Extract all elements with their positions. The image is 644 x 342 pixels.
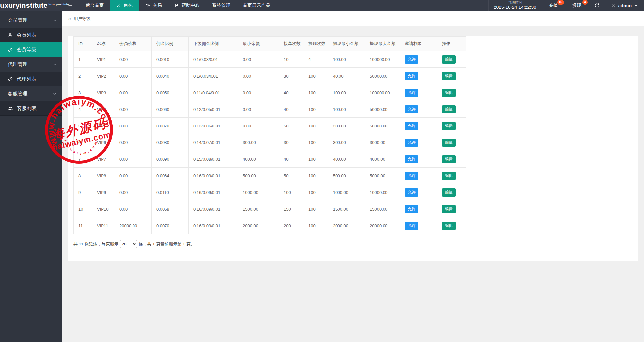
table-cell: 100 [304,84,328,101]
withdraw-button[interactable]: 提现 4 [565,0,589,11]
sidebar-group-support[interactable]: 客服管理 [0,86,62,101]
table-cell: 15000.00 [365,201,400,217]
action-cell: 编辑 [437,151,466,168]
column-header: 提现最小金额 [328,37,365,51]
topbar: uxuryinstitute luxuryinstitute 后台首页角色交易帮… [0,0,644,11]
table-cell: 100 [304,184,328,201]
table-cell: 20000.00 [365,217,400,234]
edit-button[interactable]: 编辑 [442,172,456,180]
edit-button[interactable]: 编辑 [442,55,456,64]
table-cell: 500.00 [238,168,279,184]
allow-button[interactable]: 允许 [405,72,418,80]
invite-permission-cell: 允许 [400,184,437,201]
table-cell: 0.0068 [152,201,189,217]
table-cell: 300.00 [238,134,279,151]
table-header-row: ID名称会员价格佣金比例下级佣金比例最小余额接单次数提现次数提现最小金额提现最大… [74,37,466,51]
person-icon [611,3,616,8]
sidebar-item-label: 客服列表 [17,105,37,112]
table-cell: VIP8 [92,168,115,184]
table-cell: 7 [74,151,92,168]
allow-button[interactable]: 允许 [405,139,418,147]
link-icon [8,76,13,82]
allow-button[interactable]: 允许 [405,155,418,163]
table-row: 10VIP100.000.00680.16/0.09/0.011500.0015… [74,201,466,217]
table-cell: 0.00 [115,201,152,217]
table-row: 7VIP70.000.00900.15/0.08/0.01400.0040100… [74,151,466,168]
table-cell: VIP11 [92,217,115,234]
allow-button[interactable]: 允许 [405,222,418,230]
table-row: 8VIP80.000.00640.16/0.09/0.01500.0050100… [74,168,466,184]
nav-item-roles[interactable]: 角色 [110,0,139,11]
table-cell: 0.00 [115,184,152,201]
table-cell: VIP4 [92,101,115,118]
table-cell: 0.0010 [152,51,189,68]
table-cell: 0.0080 [152,134,189,151]
edit-button[interactable]: 编辑 [442,89,456,97]
allow-button[interactable]: 允许 [405,188,418,197]
table-cell: 0.0090 [152,151,189,168]
column-header: 接单次数 [279,37,304,51]
user-menu[interactable]: admin [605,0,644,11]
column-header: 邀请权限 [400,37,437,51]
sidebar-item-member-level[interactable]: 会员等级 [0,42,62,57]
page-size-select[interactable]: 20 [120,240,137,248]
table-cell: 0.14/0.07/0.01 [189,134,238,151]
sidebar-item-agent-list[interactable]: 代理列表 [0,72,62,86]
table-row: 2VIP20.000.00400.1/0.03/0.010.003010040.… [74,68,466,84]
sidebar-item-member-list[interactable]: 会员列表 [0,28,62,42]
edit-button[interactable]: 编辑 [442,155,456,163]
sidebar-item-support-list[interactable]: 客服列表 [0,101,62,116]
table-cell: 100000.00 [365,84,400,101]
table-cell: 1500.00 [238,201,279,217]
chevron-up-icon [634,3,638,7]
invite-permission-cell: 允许 [400,168,437,184]
refresh-button[interactable] [589,0,605,11]
chevron-down-icon [52,18,57,23]
nav-item-homepage-products[interactable]: 首页展示产品 [237,0,276,11]
nav-item-help-center[interactable]: 帮助中心 [168,0,206,11]
action-cell: 编辑 [437,201,466,217]
table-cell: 0.0040 [152,68,189,84]
table-cell: 200.00 [328,118,365,134]
table-cell: VIP6 [92,134,115,151]
invite-permission-cell: 允许 [400,51,437,68]
allow-button[interactable]: 允许 [405,205,418,213]
nav-item-label: 交易 [153,3,162,8]
table-cell: 50000.00 [365,118,400,134]
link-icon [8,47,13,52]
sidebar-group-members[interactable]: 会员管理 [0,13,62,28]
allow-button[interactable]: 允许 [405,122,418,130]
nav-item-trade[interactable]: 交易 [139,0,168,11]
invite-permission-cell: 允许 [400,118,437,134]
edit-button[interactable]: 编辑 [442,222,456,230]
allow-button[interactable]: 允许 [405,89,418,97]
allow-button[interactable]: 允许 [405,105,418,113]
edit-button[interactable]: 编辑 [442,72,456,80]
edit-button[interactable]: 编辑 [442,105,456,113]
allow-button[interactable]: 允许 [405,55,418,64]
invite-permission-cell: 允许 [400,84,437,101]
table-cell: 10 [279,51,304,68]
nav-item-dashboard[interactable]: 后台首页 [79,0,110,11]
double-chevron-icon: » [68,16,71,21]
edit-button[interactable]: 编辑 [442,122,456,130]
nav-item-system[interactable]: 系统管理 [206,0,237,11]
edit-button[interactable]: 编辑 [442,139,456,147]
table-cell: 0.00 [238,51,279,68]
table-cell: VIP5 [92,118,115,134]
table-cell: 0.1/0.03/0.01 [189,68,238,84]
sidebar-group-agents[interactable]: 代理管理 [0,57,62,72]
withdraw-badge: 4 [582,0,588,5]
table-cell: 0.00 [115,84,152,101]
allow-button[interactable]: 允许 [405,172,418,180]
pagination-suffix: 條，共 1 頁當前顯示第 1 頁。 [139,241,195,247]
table-cell: 30 [279,134,304,151]
table-cell: 20000.00 [115,217,152,234]
scales-icon [145,3,150,8]
table-cell: 3 [74,84,92,101]
edit-button[interactable]: 编辑 [442,205,456,213]
table-cell: 0.16/0.09/0.01 [189,201,238,217]
column-header: 提现最大金额 [365,37,400,51]
edit-button[interactable]: 编辑 [442,188,456,197]
recharge-button[interactable]: 充值 16 [542,0,565,11]
